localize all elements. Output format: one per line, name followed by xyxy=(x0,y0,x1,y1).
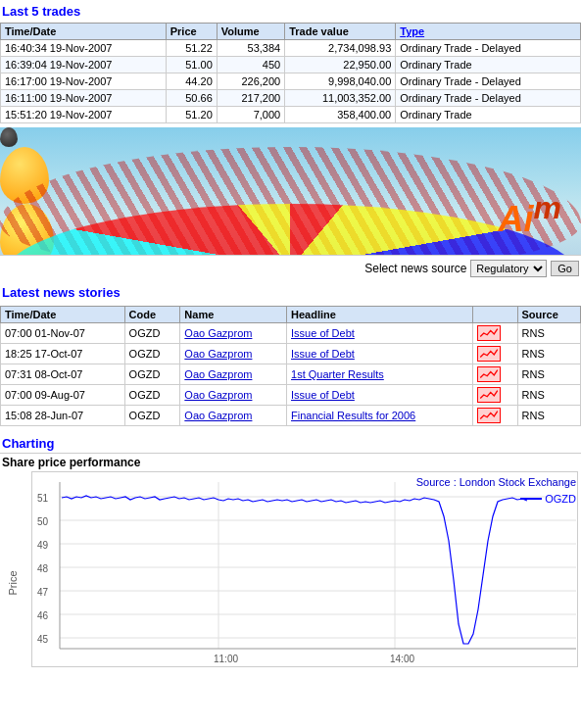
col-datetime: Time/Date xyxy=(1,24,167,40)
news-col-name: Name xyxy=(180,307,287,323)
latest-news-title: Latest news stories xyxy=(0,281,581,304)
news-chart-icon[interactable] xyxy=(472,364,517,385)
table-row: 16:40:34 19-Nov-2007 51.22 53,384 2,734,… xyxy=(1,40,581,57)
table-row: 16:39:04 19-Nov-2007 51.00 450 22,950.00… xyxy=(1,57,581,73)
news-datetime: 07:00 01-Nov-07 xyxy=(1,323,125,344)
chart-area: Source : London Stock Exchange OGZD 51 5… xyxy=(31,471,581,667)
news-source-row: Select news source RegulatoryAll newsCom… xyxy=(0,255,581,281)
svg-text:14:00: 14:00 xyxy=(390,654,414,664)
trade-price: 51.00 xyxy=(166,57,217,73)
news-col-datetime: Time/Date xyxy=(1,307,125,323)
charting-section: Charting Share price performance Price S… xyxy=(0,434,581,695)
news-col-code: Code xyxy=(124,307,180,323)
news-chart-icon[interactable] xyxy=(472,385,517,406)
news-row: 18:25 17-Oct-07 OGZD Oao Gazprom Issue o… xyxy=(1,344,581,364)
news-headline[interactable]: Issue of Debt xyxy=(287,323,473,344)
news-code: OGZD xyxy=(124,364,180,385)
trade-volume: 217,200 xyxy=(217,90,284,107)
news-chart-icon[interactable] xyxy=(472,323,517,344)
svg-text:51: 51 xyxy=(37,493,49,504)
trade-volume: 226,200 xyxy=(217,73,284,90)
news-code: OGZD xyxy=(124,323,180,344)
trade-price: 51.22 xyxy=(166,40,217,57)
news-chart-icon[interactable] xyxy=(472,344,517,364)
trade-volume: 7,000 xyxy=(217,107,284,123)
trade-price: 50.66 xyxy=(166,90,217,107)
trade-type: Ordinary Trade xyxy=(396,107,581,123)
news-col-chart xyxy=(472,307,517,323)
trade-type: Ordinary Trade xyxy=(396,57,581,73)
col-price: Price xyxy=(166,24,217,40)
news-name[interactable]: Oao Gazprom xyxy=(180,344,287,364)
news-source: RNS xyxy=(517,406,581,426)
news-headline[interactable]: Financial Results for 2006 xyxy=(287,406,473,426)
table-row: 16:17:00 19-Nov-2007 44.20 226,200 9,998… xyxy=(1,73,581,90)
news-source-select[interactable]: RegulatoryAll newsCompany xyxy=(470,260,547,277)
charting-title: Charting xyxy=(0,434,581,453)
last5trades-title: Last 5 trades xyxy=(0,0,581,23)
svg-text:45: 45 xyxy=(37,634,49,645)
trade-datetime: 16:17:00 19-Nov-2007 xyxy=(1,73,167,90)
legend-label: OGZD xyxy=(545,493,576,505)
news-datetime: 07:31 08-Oct-07 xyxy=(1,364,125,385)
news-code: OGZD xyxy=(124,406,180,426)
go-button[interactable]: Go xyxy=(551,261,579,276)
col-tradevalue: Trade value xyxy=(285,24,396,40)
news-name[interactable]: Oao Gazprom xyxy=(180,406,287,426)
trade-value: 358,400.00 xyxy=(285,107,396,123)
svg-text:48: 48 xyxy=(37,563,49,574)
news-source: RNS xyxy=(517,385,581,406)
table-row: 16:11:00 19-Nov-2007 50.66 217,200 11,00… xyxy=(1,90,581,107)
news-source: RNS xyxy=(517,344,581,364)
legend-line xyxy=(520,498,542,500)
last5trades-section: Last 5 trades Time/Date Price Volume Tra… xyxy=(0,0,581,123)
svg-text:46: 46 xyxy=(37,610,49,621)
news-code: OGZD xyxy=(124,344,180,364)
trade-price: 44.20 xyxy=(166,73,217,90)
news-col-headline: Headline xyxy=(287,307,473,323)
trade-datetime: 16:39:04 19-Nov-2007 xyxy=(1,57,167,73)
news-row: 15:08 28-Jun-07 OGZD Oao Gazprom Financi… xyxy=(1,406,581,426)
news-headline[interactable]: Issue of Debt xyxy=(287,344,473,364)
news-name[interactable]: Oao Gazprom xyxy=(180,323,287,344)
news-headline[interactable]: 1st Quarter Results xyxy=(287,364,473,385)
news-headline[interactable]: Issue of Debt xyxy=(287,385,473,406)
svg-text:11:00: 11:00 xyxy=(214,654,238,664)
news-name[interactable]: Oao Gazprom xyxy=(180,364,287,385)
news-col-source: Source xyxy=(517,307,581,323)
svg-text:49: 49 xyxy=(37,540,49,551)
col-type-link[interactable]: Type xyxy=(396,24,581,40)
trades-table: Time/Date Price Volume Trade value Type … xyxy=(0,23,581,123)
news-table: Time/Date Code Name Headline Source 07:0… xyxy=(0,306,581,426)
news-row: 07:00 09-Aug-07 OGZD Oao Gazprom Issue o… xyxy=(1,385,581,406)
trade-type: Ordinary Trade - Delayed xyxy=(396,73,581,90)
chart-source: Source : London Stock Exchange xyxy=(416,476,576,488)
svg-text:47: 47 xyxy=(37,587,49,598)
news-datetime: 18:25 17-Oct-07 xyxy=(1,344,125,364)
trade-volume: 53,384 xyxy=(217,40,284,57)
aim-banner: Aim xyxy=(0,127,581,255)
news-row: 07:00 01-Nov-07 OGZD Oao Gazprom Issue o… xyxy=(1,323,581,344)
balloon-dark xyxy=(0,127,18,147)
news-chart-icon[interactable] xyxy=(472,406,517,426)
news-source: RNS xyxy=(517,364,581,385)
news-source: RNS xyxy=(517,323,581,344)
trade-value: 9,998,040.00 xyxy=(285,73,396,90)
news-name[interactable]: Oao Gazprom xyxy=(180,385,287,406)
trade-volume: 450 xyxy=(217,57,284,73)
chart-legend: OGZD xyxy=(520,493,576,505)
trade-datetime: 15:51:20 19-Nov-2007 xyxy=(1,107,167,123)
col-volume: Volume xyxy=(217,24,284,40)
trade-value: 11,003,352.00 xyxy=(285,90,396,107)
news-row: 07:31 08-Oct-07 OGZD Oao Gazprom 1st Qua… xyxy=(1,364,581,385)
trade-datetime: 16:40:34 19-Nov-2007 xyxy=(1,40,167,57)
trade-datetime: 16:11:00 19-Nov-2007 xyxy=(1,90,167,107)
trade-value: 22,950.00 xyxy=(285,57,396,73)
trade-price: 51.20 xyxy=(166,107,217,123)
trade-value: 2,734,098.93 xyxy=(285,40,396,57)
trade-type: Ordinary Trade - Delayed xyxy=(396,40,581,57)
latest-news-section: Latest news stories Time/Date Code Name … xyxy=(0,281,581,426)
news-code: OGZD xyxy=(124,385,180,406)
news-datetime: 07:00 09-Aug-07 xyxy=(1,385,125,406)
trade-type: Ordinary Trade - Delayed xyxy=(396,90,581,107)
